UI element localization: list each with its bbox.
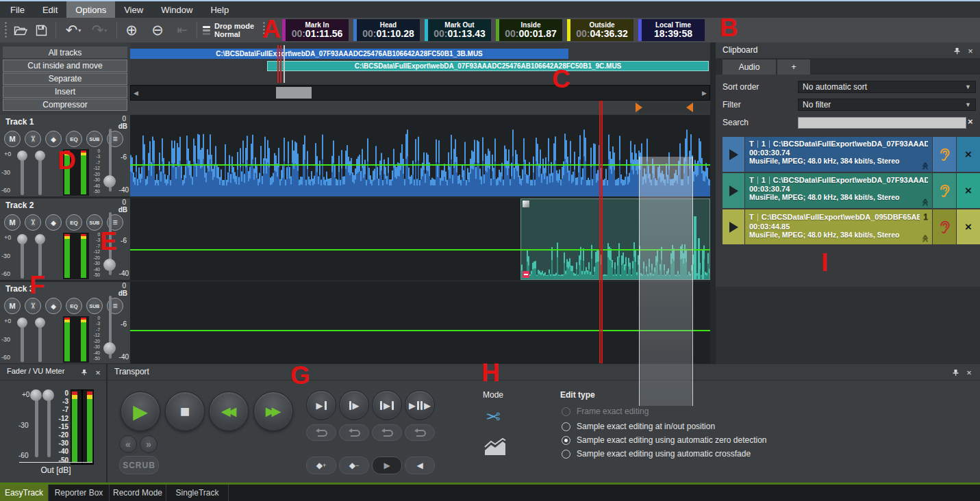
clip-start-handle[interactable] <box>523 271 529 278</box>
loop-play-button[interactable] <box>372 424 402 441</box>
scroll-right-button[interactable]: ▶ <box>699 86 709 100</box>
edit-tool-cut-inside-and-move[interactable]: Cut inside and move <box>3 60 127 72</box>
menu-item-window[interactable]: Window <box>152 1 201 18</box>
timeline-scrollbar[interactable]: ◀ ▶ <box>130 85 710 101</box>
save-button[interactable] <box>31 21 51 40</box>
sort-order-dropdown[interactable]: No automatic sort▼ <box>798 81 976 93</box>
rewind-button[interactable]: ◀◀ <box>209 391 249 431</box>
mark-in-marker[interactable] <box>636 103 642 112</box>
overview-clip-track2[interactable]: C:\BCSData\FullExport\webDA_07F93AAADC25… <box>267 61 709 71</box>
fader-slider-track[interactable] <box>35 394 38 457</box>
entry-remove-button[interactable]: × <box>957 173 980 208</box>
undo-button[interactable]: ↶▾ <box>60 21 86 40</box>
mute-button[interactable]: M <box>4 298 21 314</box>
redo-button[interactable]: ↷▾ <box>86 21 112 40</box>
entry-play-button[interactable] <box>723 173 744 208</box>
gain-slider-knob[interactable] <box>17 151 27 161</box>
collapse-chevron-icon[interactable]: ≪ <box>922 235 931 243</box>
play-around-mark-button[interactable]: ▶▶ <box>405 390 435 420</box>
menu-item-help[interactable]: Help <box>201 1 238 18</box>
filter-dropdown[interactable]: No filter▼ <box>798 99 976 111</box>
fast-forward-button[interactable]: ▶▶ <box>253 391 293 431</box>
close-icon[interactable]: × <box>964 367 975 378</box>
close-icon[interactable]: × <box>965 45 976 56</box>
search-clear-icon[interactable]: × <box>968 116 973 127</box>
gain-slider-knob[interactable] <box>35 318 45 328</box>
edit-tool-separate[interactable]: Separate <box>3 73 127 85</box>
menu-item-file[interactable]: File <box>1 1 34 18</box>
toolbar-grip[interactable] <box>4 21 8 39</box>
workspace-tab-easytrack[interactable]: EasyTrack <box>0 485 49 501</box>
collapse-chevron-icon[interactable]: ≪ <box>922 198 931 207</box>
mark-out-marker[interactable] <box>686 103 693 112</box>
entry-play-button[interactable] <box>723 137 744 172</box>
workspace-tab-singletrack[interactable]: SingleTrack <box>166 485 229 501</box>
search-input[interactable] <box>798 117 966 129</box>
volume-envelope-line[interactable] <box>130 249 710 250</box>
clipboard-entry-2[interactable]: T1C:\BCSData\FullExport\webDA_07F93AAADC… <box>723 173 980 208</box>
clipboard-entry-1[interactable]: T1C:\BCSData\FullExport\webDA_07F93AAADC… <box>723 137 980 172</box>
loop-play-button[interactable] <box>306 424 336 441</box>
collapse-chevron-icon[interactable]: ≪ <box>922 162 931 170</box>
cut-button[interactable]: ✂ <box>25 131 41 147</box>
menu-item-edit[interactable]: Edit <box>34 1 66 18</box>
radio-icon[interactable] <box>562 436 570 445</box>
eq-button[interactable]: EQ <box>66 131 82 147</box>
play-between-marks-button[interactable]: ▶ <box>372 390 402 420</box>
radio-icon[interactable] <box>562 407 570 416</box>
menu-item-view[interactable]: View <box>115 1 152 18</box>
volume-envelope-line[interactable] <box>130 330 710 331</box>
radio-icon[interactable] <box>562 422 570 431</box>
loop-play-button[interactable] <box>405 424 435 441</box>
close-icon[interactable]: × <box>92 367 103 378</box>
volume-fader-knob[interactable] <box>103 175 116 188</box>
entry-prelisten-button[interactable] <box>933 137 956 172</box>
entry-prelisten-button[interactable] <box>933 173 956 208</box>
entry-play-button[interactable] <box>723 209 744 244</box>
drop-mode-indicator[interactable]: Drop mode Normal <box>203 22 254 38</box>
playhead[interactable] <box>601 101 603 363</box>
edit-type-option-4[interactable]: Sample exact editing using automatic cro… <box>562 449 751 459</box>
pin-icon[interactable] <box>950 367 961 378</box>
stop-button[interactable]: ■ <box>165 391 205 431</box>
marker-button[interactable]: ◆ <box>45 214 62 231</box>
fader-knob[interactable] <box>30 389 42 401</box>
entry-prelisten-button[interactable] <box>933 209 956 244</box>
add-tab-button[interactable]: + <box>777 60 810 75</box>
track-lane-1[interactable] <box>130 115 710 196</box>
prev-marker-button[interactable]: ◀ <box>405 457 435 474</box>
marker-ruler[interactable] <box>130 101 710 114</box>
marker-button[interactable]: ◆ <box>45 298 62 314</box>
overview-playhead[interactable] <box>280 45 281 83</box>
play-from-mark-button[interactable]: ▶ <box>339 390 369 420</box>
open-file-button[interactable] <box>10 21 31 40</box>
goto-mark-button[interactable]: ⇤ <box>172 21 192 40</box>
eq-button[interactable]: EQ <box>66 214 82 231</box>
play-to-mark-button[interactable]: ▶ <box>306 390 336 420</box>
mute-button[interactable]: M <box>4 214 21 231</box>
edit-type-option-3[interactable]: Sample exact editing using automatic zer… <box>562 435 767 445</box>
edit-tool-insert[interactable]: Insert <box>3 86 127 98</box>
overview-clip-track1[interactable]: C:\BCSData\FullExport\webDA_07F93AAADC25… <box>130 49 568 59</box>
remove-marker-button[interactable]: ◆− <box>339 457 369 474</box>
workspace-tab-record-mode[interactable]: Record Mode <box>110 485 166 501</box>
clipboard-entry-3[interactable]: TC:\BCSData\FullExport\webDA_095DBF65AB1… <box>723 209 980 244</box>
entry-remove-button[interactable]: × <box>957 137 980 172</box>
envelope-mode-icon[interactable] <box>483 438 507 459</box>
loop-play-button[interactable] <box>339 424 369 441</box>
sub-button[interactable]: SUB <box>86 131 103 147</box>
gain-slider-knob[interactable] <box>17 318 27 328</box>
track-lane-2[interactable] <box>130 198 710 280</box>
tab-audio[interactable]: Audio <box>723 60 776 75</box>
zoom-out-button[interactable]: ⊖ <box>147 21 168 40</box>
playhead[interactable] <box>599 101 601 363</box>
cut-button[interactable]: ✂ <box>25 214 41 231</box>
volume-envelope-line[interactable] <box>130 164 710 166</box>
all-tracks-header[interactable]: All tracks <box>3 47 127 58</box>
workspace-tab-reporter-box[interactable]: Reporter Box <box>49 485 110 501</box>
next-marker-button[interactable]: ▶ <box>372 457 402 474</box>
skip-back-button[interactable]: « <box>119 435 137 453</box>
overview-cursor[interactable] <box>284 45 285 83</box>
marker-button[interactable]: ◆ <box>45 131 62 147</box>
edit-type-option-1[interactable]: Frame exact editing <box>562 407 649 416</box>
